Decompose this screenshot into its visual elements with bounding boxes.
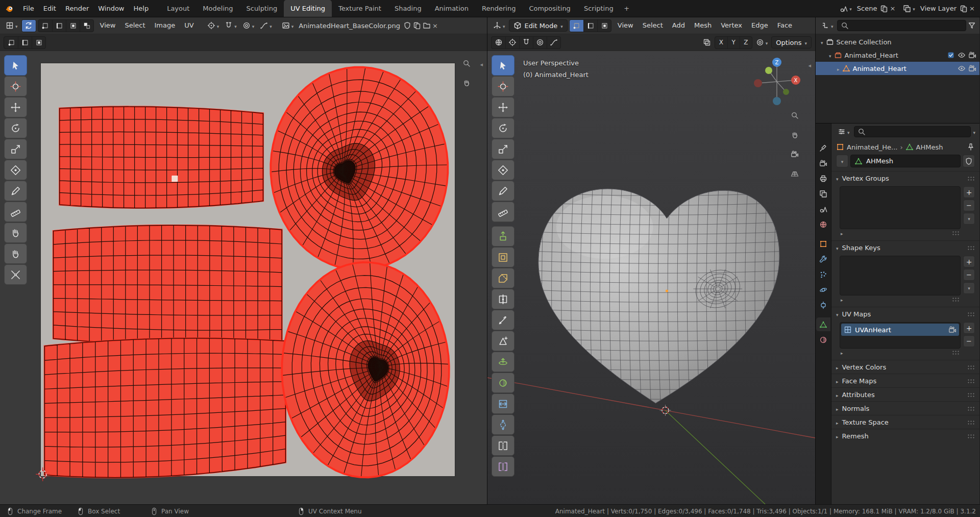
expand-icon[interactable] bbox=[821, 38, 823, 46]
zoom-icon[interactable] bbox=[462, 59, 471, 67]
workspace-tab-rendering[interactable]: Rendering bbox=[475, 0, 522, 17]
panel-header-vertex-groups[interactable]: Vertex Groups bbox=[831, 171, 979, 185]
panel-header-remesh[interactable]: Remesh bbox=[831, 429, 979, 442]
uv-menu-select[interactable]: Select bbox=[120, 19, 150, 32]
tool-move[interactable] bbox=[492, 97, 514, 117]
menu-render[interactable]: Render bbox=[61, 3, 93, 15]
blender-logo-icon[interactable] bbox=[3, 2, 16, 15]
uv-select-face-button[interactable] bbox=[66, 20, 80, 32]
zoom-icon[interactable] bbox=[791, 111, 799, 119]
tool-spin[interactable] bbox=[492, 352, 514, 372]
select-edge-button[interactable] bbox=[583, 20, 597, 32]
camera-toggle-icon[interactable] bbox=[968, 64, 976, 72]
tool-annotate[interactable] bbox=[4, 181, 27, 201]
tool-smooth[interactable] bbox=[492, 373, 514, 393]
browse-scene-button[interactable] bbox=[838, 3, 854, 15]
panel-header-shape-keys[interactable]: Shape Keys bbox=[831, 240, 979, 254]
proportional-edit-button[interactable] bbox=[754, 36, 770, 48]
uv-editor-type-button[interactable] bbox=[4, 19, 20, 32]
viewport-canvas[interactable]: User Perspective (0) Animated_Heart ZX bbox=[487, 51, 815, 504]
uv-menu-view[interactable]: View bbox=[95, 19, 120, 32]
panel-grip-icon[interactable] bbox=[967, 312, 975, 316]
panel-header-vertex-colors[interactable]: Vertex Colors bbox=[831, 360, 979, 374]
workspace-tab-layout[interactable]: Layout bbox=[160, 0, 196, 17]
uv-select-vertex-button[interactable] bbox=[38, 20, 52, 32]
viewport-menu-mesh[interactable]: Mesh bbox=[690, 19, 716, 32]
workspace-tab-uv-editing[interactable]: UV Editing bbox=[284, 0, 332, 17]
panel-grip-icon[interactable] bbox=[967, 392, 975, 397]
add-item-button[interactable] bbox=[963, 256, 975, 267]
list-filter-expand-icon[interactable] bbox=[841, 349, 843, 356]
tool-relax[interactable] bbox=[4, 243, 27, 264]
uv-sticky-face-button[interactable] bbox=[32, 37, 45, 48]
tool-cursor[interactable] bbox=[492, 76, 514, 96]
remove-item-button[interactable] bbox=[963, 335, 975, 347]
mesh-name-field[interactable]: AHMesh bbox=[850, 155, 961, 167]
list-grip-icon[interactable] bbox=[952, 231, 960, 235]
pan-hand-icon[interactable] bbox=[462, 79, 471, 87]
tool-rip-region[interactable] bbox=[492, 435, 514, 456]
viewport-menu-face[interactable]: Face bbox=[773, 19, 797, 32]
options-dropdown[interactable]: Options bbox=[771, 36, 812, 48]
panel-grip-icon[interactable] bbox=[967, 434, 975, 438]
browse-mesh-button[interactable] bbox=[836, 155, 848, 167]
properties-tab-material[interactable] bbox=[816, 333, 830, 347]
remove-item-button[interactable] bbox=[963, 269, 975, 281]
viewport-menu-add[interactable]: Add bbox=[668, 19, 690, 32]
tool-measure[interactable] bbox=[4, 202, 27, 222]
mirror-x-toggle[interactable]: X bbox=[715, 37, 727, 48]
viewport-menu-edge[interactable]: Edge bbox=[747, 19, 773, 32]
specials-menu-button[interactable] bbox=[963, 213, 975, 225]
outliner-search-input[interactable] bbox=[837, 20, 966, 31]
orientation-button[interactable] bbox=[492, 37, 505, 48]
uv-snap-button[interactable] bbox=[223, 19, 239, 32]
mode-dropdown[interactable]: Edit Mode bbox=[509, 19, 568, 32]
expand-icon[interactable] bbox=[837, 65, 840, 72]
properties-editor-type-button[interactable] bbox=[836, 126, 852, 138]
uv-pivot-button[interactable] bbox=[205, 19, 222, 32]
panel-header-texture-space[interactable]: Texture Space bbox=[831, 415, 979, 429]
tool-transform[interactable] bbox=[492, 160, 514, 180]
tool-move[interactable] bbox=[4, 97, 27, 117]
proportional-toggle[interactable] bbox=[533, 37, 547, 48]
uv-menu-uv[interactable]: UV bbox=[180, 19, 198, 32]
render-camera-icon[interactable] bbox=[948, 326, 957, 334]
properties-tab-world[interactable] bbox=[816, 217, 830, 231]
properties-tab-tool[interactable] bbox=[816, 141, 830, 155]
tool-rip-edge[interactable] bbox=[492, 456, 514, 477]
uv-sidebar-toggle[interactable] bbox=[480, 60, 483, 68]
uv-proportional-button[interactable] bbox=[240, 19, 257, 32]
viewport-sidebar-toggle[interactable] bbox=[808, 61, 811, 69]
pivot-point-button[interactable] bbox=[505, 37, 519, 48]
outliner-editor-type-button[interactable] bbox=[819, 19, 836, 32]
browse-image-button[interactable] bbox=[280, 19, 296, 32]
menu-help[interactable]: Help bbox=[129, 3, 154, 15]
properties-tab-physics[interactable] bbox=[816, 283, 830, 297]
open-image-icon[interactable] bbox=[423, 21, 431, 30]
ortho-grid-icon[interactable] bbox=[791, 169, 799, 178]
tool-cursor[interactable] bbox=[4, 76, 27, 96]
uv-canvas[interactable] bbox=[0, 51, 487, 504]
image-name[interactable]: AnimatedHeart_BaseColor.png bbox=[297, 22, 402, 30]
unlink-image-icon[interactable] bbox=[432, 22, 438, 30]
panel-grip-icon[interactable] bbox=[967, 176, 975, 181]
menu-edit[interactable]: Edit bbox=[39, 3, 61, 15]
tool-pinch[interactable] bbox=[4, 264, 27, 285]
properties-tab-view-layer[interactable] bbox=[816, 187, 830, 201]
list-grip-icon[interactable] bbox=[952, 297, 960, 302]
properties-tab-output[interactable] bbox=[816, 171, 830, 185]
list-grip-icon[interactable] bbox=[952, 350, 960, 355]
uv-image-area[interactable] bbox=[41, 63, 455, 476]
fake-user-button[interactable] bbox=[963, 155, 975, 167]
properties-tab-modifiers[interactable] bbox=[816, 252, 830, 266]
properties-search-input[interactable] bbox=[854, 126, 971, 137]
select-vertex-button[interactable] bbox=[570, 20, 583, 32]
menu-file[interactable]: File bbox=[18, 3, 39, 15]
outliner-row-animated-heart[interactable]: Animated_Heart bbox=[816, 48, 979, 62]
tool-poly-build[interactable] bbox=[492, 331, 514, 351]
breadcrumb-object[interactable]: Animated_He... bbox=[847, 143, 897, 151]
outliner-row-scene-collection[interactable]: Scene Collection bbox=[816, 35, 979, 48]
tool-measure[interactable] bbox=[492, 202, 514, 222]
new-image-icon[interactable] bbox=[413, 21, 421, 30]
workspace-tab-scripting[interactable]: Scripting bbox=[577, 0, 620, 17]
